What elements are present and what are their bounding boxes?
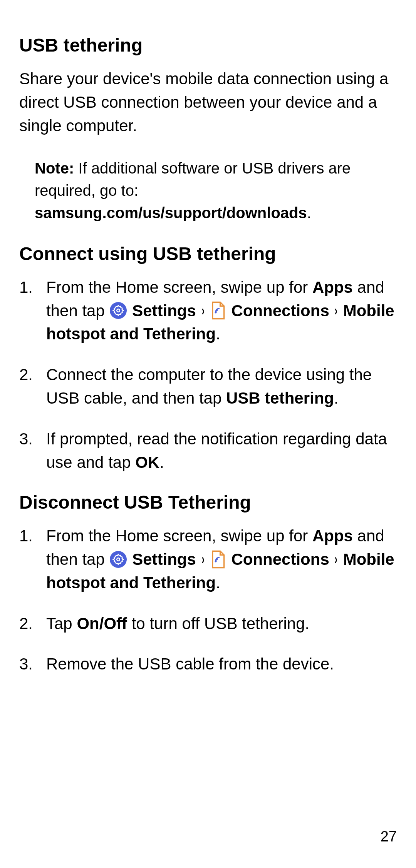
page-number: 27 <box>381 828 397 845</box>
usb-tethering-label: USB tethering <box>226 389 334 407</box>
step-text: From the Home screen, swipe up for <box>46 527 312 545</box>
chevron-right-icon: › <box>201 300 205 321</box>
onoff-label: On/Off <box>77 614 127 633</box>
note-text: If additional software or USB drivers ar… <box>35 160 351 199</box>
connections-icon <box>210 301 225 319</box>
step-text <box>196 302 201 320</box>
list-item: If prompted, read the notification regar… <box>19 427 397 474</box>
list-item: From the Home screen, swipe up for Apps … <box>19 524 397 595</box>
step-text: . <box>216 325 220 343</box>
step-text: to turn off USB tethering. <box>127 614 309 633</box>
intro-paragraph: Share your device's mobile data connecti… <box>19 67 397 138</box>
apps-label: Apps <box>312 278 353 296</box>
step-text <box>329 550 334 568</box>
settings-icon <box>110 302 127 319</box>
list-item: Connect the computer to the device using… <box>19 363 397 410</box>
section-heading-usb-tethering: USB tethering <box>19 35 397 56</box>
svg-point-1 <box>215 312 216 314</box>
settings-label: Settings <box>127 550 196 568</box>
connections-icon <box>210 550 225 568</box>
note-block: Note: If additional software or USB driv… <box>19 157 397 224</box>
apps-label: Apps <box>312 527 353 545</box>
chevron-right-icon: › <box>201 549 205 570</box>
connections-label: Connections <box>227 550 329 568</box>
settings-label: Settings <box>127 302 196 320</box>
note-url: samsung.com/us/support/downloads <box>35 204 307 221</box>
step-text: . <box>216 574 220 592</box>
settings-icon <box>110 551 127 568</box>
section-heading-disconnect: Disconnect USB Tethering <box>19 492 397 513</box>
svg-point-2 <box>117 558 120 561</box>
svg-point-0 <box>117 309 120 312</box>
step-text: Remove the USB cable from the device. <box>46 655 334 673</box>
chevron-right-icon: › <box>335 300 338 321</box>
section-heading-connect: Connect using USB tethering <box>19 243 397 264</box>
step-text: If prompted, read the notification regar… <box>46 430 387 471</box>
step-text: Tap <box>46 614 77 633</box>
connections-label: Connections <box>227 302 329 320</box>
svg-point-3 <box>215 560 216 562</box>
ok-label: OK <box>135 453 159 471</box>
list-item: Tap On/Off to turn off USB tethering. <box>19 612 397 636</box>
note-label: Note: <box>35 160 74 177</box>
step-text: . <box>334 389 339 407</box>
connect-steps-list: From the Home screen, swipe up for Apps … <box>19 276 397 474</box>
chevron-right-icon: › <box>335 549 338 570</box>
step-text: From the Home screen, swipe up for <box>46 278 312 296</box>
list-item: From the Home screen, swipe up for Apps … <box>19 276 397 346</box>
list-item: Remove the USB cable from the device. <box>19 653 397 676</box>
disconnect-steps-list: From the Home screen, swipe up for Apps … <box>19 524 397 676</box>
step-text: . <box>159 453 164 471</box>
step-text <box>329 302 334 320</box>
step-text <box>196 550 201 568</box>
note-text-end: . <box>307 204 311 221</box>
